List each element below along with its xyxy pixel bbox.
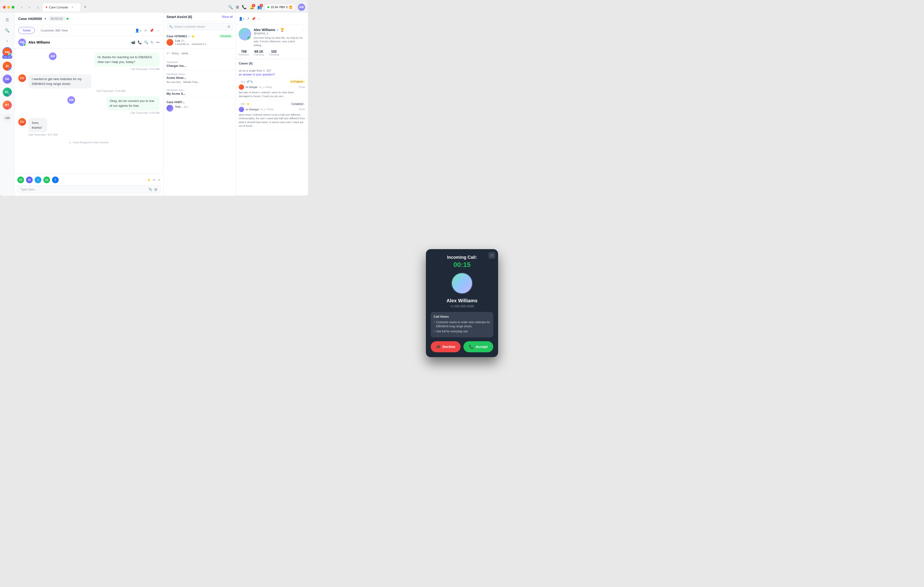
add-user-icon[interactable]: 👤+ <box>135 28 142 33</box>
more-msg-icon[interactable]: ••• <box>156 40 160 44</box>
c360-case-ref-1: ...921 <box>239 80 246 83</box>
conv-avatar-3[interactable]: SM <box>3 74 12 84</box>
channel-icons: W ✉ t W f ⚡ ✂ ⤢ <box>17 176 160 183</box>
case-item-hardware[interactable]: Hardware Charger Iss... <box>163 58 236 70</box>
home-button[interactable]: ⌂ <box>35 4 41 11</box>
search-input[interactable] <box>174 25 226 28</box>
c360-case-text-1: last pair of shoes I ordered, seem to ha… <box>239 90 305 98</box>
more-conversations-badge[interactable]: +20 <box>3 113 12 122</box>
browser-search-icon[interactable]: 🔍 <box>228 5 233 9</box>
template-icon[interactable]: ▦ <box>154 187 157 191</box>
video-call-icon[interactable]: 📹 <box>131 40 135 44</box>
agent-online-dot <box>23 43 26 46</box>
case-item-3457[interactable]: Case #3457... Nob... @n... <box>163 98 236 114</box>
c360-case-item-2[interactable]: ...921 ⭐ Completed mi Shehgal mi_s • Rep… <box>236 100 308 130</box>
share-c360-icon[interactable]: ↗ <box>247 17 249 21</box>
sms-channel-icon[interactable]: ✉ <box>26 176 33 183</box>
profile-more-icon[interactable]: ··· <box>302 28 305 32</box>
whatsapp-channel-icon[interactable]: W <box>17 176 24 183</box>
attachment-icon[interactable]: 📎 <box>148 187 152 191</box>
conv-item-4[interactable]: KL ✉ <box>3 87 12 97</box>
message-actions: 📹 📞 🔍 ↻ ••• <box>131 40 160 44</box>
case-item-acme[interactable]: Hardware Issue Acme Shoe... Are you faci… <box>163 70 236 86</box>
maximize-button[interactable] <box>12 6 15 9</box>
online-indicator <box>267 6 269 8</box>
conv-item-2[interactable]: JD f <box>3 62 12 71</box>
more-c360-icon[interactable]: ··· <box>257 17 261 21</box>
time-badge: 10m 32s <box>2 55 12 59</box>
c360-status-badge-1: In Progress <box>289 80 305 84</box>
more-icon[interactable]: ··· <box>157 28 160 33</box>
browser-actions: 🔍 ⊞ 📞 🔔9 👥8 15:34 PBX 3 📶 AW <box>228 3 305 11</box>
show-all-button[interactable]: Show all <box>222 15 233 18</box>
msg-text: Okay, let me connect you to one of our a… <box>110 99 154 107</box>
c360-agent-row-2: mi Shehgal mi_s • Reply 12min <box>239 107 305 112</box>
traffic-lights <box>3 6 15 9</box>
case-item-reply[interactable]: ↩ Sorry... send... <box>163 49 236 58</box>
sidebar-expand-icon[interactable]: › <box>3 36 12 45</box>
msg-text: Hi, thanks for reaching out to DIBABAS. … <box>97 55 153 64</box>
case-timer: 00:02:52 <box>49 16 65 21</box>
msg-content: Hi, thanks for reaching out to DIBABAS. … <box>59 53 160 71</box>
back-button[interactable]: ‹ <box>18 4 25 11</box>
sidebar-menu-icon[interactable]: ☰ <box>3 15 12 24</box>
conv-item-3[interactable]: SM <box>3 74 12 84</box>
c360-tab[interactable]: Customer 360 View <box>36 27 72 34</box>
search-msg-icon[interactable]: 🔍 <box>144 40 148 44</box>
users-badge: 8 <box>260 4 263 7</box>
agent-msg-avatar-2: AW <box>68 96 75 104</box>
user-avatar[interactable]: AW <box>298 3 305 11</box>
scissors-icon[interactable]: ✂ <box>153 178 156 182</box>
msg-meta: Call Transcript • 9:26 AM <box>130 111 160 114</box>
reply-arrow-icon: ↩ <box>167 51 170 56</box>
current-time: 15:34 <box>271 5 278 9</box>
browser-phone-icon[interactable]: 📞 <box>242 5 247 9</box>
browser-grid-icon[interactable]: ⊞ <box>236 5 239 9</box>
c360-agent-handle-1: mi_s • Reply <box>259 86 272 89</box>
c360-time-1: 12min <box>299 86 305 89</box>
filter-icon[interactable]: ⊟ <box>228 25 230 28</box>
case-item-header: Case #3784921 ✓ ⭐ Resolved <box>167 35 233 38</box>
profile-row: W Alex Williams ✓ 🏆 ··· @rashmi_s Out he… <box>239 28 305 47</box>
conv-item-5[interactable]: RT ● <box>3 100 12 110</box>
pbx-label: PBX 3 <box>279 5 287 9</box>
share-icon[interactable]: ↗ <box>144 28 147 33</box>
ticket-tab[interactable]: Ticket <box>18 27 35 34</box>
msg-bubble: Sure, thanks! <box>28 118 47 132</box>
cases-title: Cases (5) <box>236 59 308 67</box>
message-input[interactable] <box>20 187 146 191</box>
case-chevron-icon[interactable]: ▼ <box>44 17 47 20</box>
bell-notification[interactable]: 🔔9 <box>249 5 254 9</box>
whatsapp2-channel-icon[interactable]: W <box>43 176 50 183</box>
close-button[interactable] <box>3 6 6 9</box>
refresh-icon[interactable]: ↻ <box>151 40 153 44</box>
active-conversation[interactable]: AW W 10m 32s <box>2 47 12 57</box>
facebook-channel-icon[interactable]: f <box>52 176 59 183</box>
minimize-button[interactable] <box>7 6 10 9</box>
c360-agent-handle-2: mi_s • Reply <box>260 108 274 111</box>
sidebar-search-icon[interactable]: 🔍 <box>3 26 12 35</box>
forward-button[interactable]: › <box>26 4 33 11</box>
case-item[interactable]: Case #3784921 ✓ ⭐ Resolved Lua @l_... I … <box>163 32 236 49</box>
tab-bar-container: Ticket Customer 360 View 👤+ ↗ 📌 ··· <box>15 25 163 36</box>
tab-close-button[interactable]: ✕ <box>71 5 74 9</box>
pin-c360-icon[interactable]: 📌 <box>251 17 256 21</box>
conv-avatar-4[interactable]: KL ✉ <box>3 87 12 97</box>
case-handle: @l_... <box>181 39 188 42</box>
conv-avatar-5[interactable]: RT ● <box>3 100 12 110</box>
new-tab-button[interactable]: + <box>82 4 89 11</box>
case-item-myacme[interactable]: Hardware Issu... My Acme S... <box>163 86 236 98</box>
c360-case-item-1[interactable]: ...921 🔗📎 In Progress mi Sehgal mi_s • R… <box>236 78 308 100</box>
c360-answer-link[interactable]: an answer to your question? <box>239 73 305 76</box>
lightning-icon[interactable]: ⚡ <box>147 178 151 182</box>
voice-call-icon[interactable]: 📞 <box>138 40 142 44</box>
msg-text: Sure, thanks! <box>32 121 42 129</box>
conv-avatar-2[interactable]: JD f <box>3 62 12 71</box>
pin-icon[interactable]: 📌 <box>149 28 154 33</box>
users-notification[interactable]: 👥8 <box>257 5 262 9</box>
active-tab[interactable]: ♥ Care Console ✕ <box>42 3 81 12</box>
twitter-channel-icon[interactable]: t <box>35 176 41 183</box>
c360-case-emoji-1: 🔗📎 <box>246 80 253 83</box>
add-contact-icon[interactable]: 👤+ <box>239 17 245 21</box>
expand-icon[interactable]: ⤢ <box>158 178 160 182</box>
